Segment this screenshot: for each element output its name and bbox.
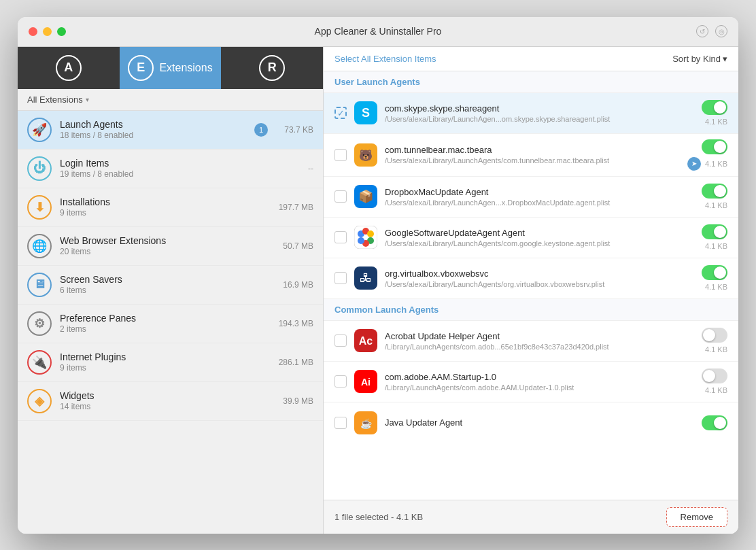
item-name-1: com.skype.skype.shareagent — [385, 103, 695, 114]
item-name-4: GoogleSoftwareUpdateAgent Agent — [385, 228, 695, 238]
sidebar-item-internet-plugins[interactable]: 🔌 Internet Plugins 9 items 286.1 MB — [18, 343, 323, 382]
tab-remover[interactable]: R — [221, 47, 323, 89]
item-toggle-5[interactable] — [702, 265, 727, 280]
item-toggle-6[interactable] — [702, 328, 727, 343]
sidebar-item-installations[interactable]: ⬇ Installations 9 items 197.7 MB — [18, 188, 323, 227]
select-all-button[interactable]: Select All Extension Items — [334, 54, 436, 64]
web-browser-extensions-size: 50.7 MB — [276, 241, 313, 251]
svg-text:🖧: 🖧 — [360, 271, 372, 285]
bottom-bar: 1 file selected - 4.1 KB Remove — [324, 500, 738, 534]
item-checkbox-1[interactable]: ✓ — [334, 107, 347, 119]
remove-button[interactable]: Remove — [666, 507, 727, 527]
item-details-2: com.tunnelbear.mac.tbeara /Users/alexa/L… — [385, 145, 681, 165]
item-path-3: /Users/alexa/Library/LaunchAgen...x.Drop… — [385, 199, 695, 207]
item-details-7: com.adobe.AAM.Startup-1.0 /Library/Launc… — [385, 372, 695, 392]
launch-agents-badge: 1 — [254, 123, 268, 137]
sidebar-item-screen-savers[interactable]: 🖥 Screen Savers 6 items 16.9 MB — [18, 266, 323, 305]
sidebar-item-preference-panes[interactable]: ⚙ Preference Panes 2 items 194.3 MB — [18, 305, 323, 343]
filter-dropdown-button[interactable]: All Extensions ▾ — [27, 94, 89, 105]
item-toggle-8[interactable] — [702, 415, 727, 430]
item-name-3: DropboxMacUpdate Agent — [385, 187, 695, 197]
item-toggle-3[interactable] — [702, 184, 727, 199]
item-checkbox-5[interactable] — [334, 272, 347, 284]
tab-extensions[interactable]: E Extensions — [120, 47, 222, 89]
item-toggle-1[interactable] — [702, 100, 727, 115]
tab-apps[interactable]: A — [18, 47, 120, 89]
item-toggle-4[interactable] — [702, 224, 727, 239]
filter-label: All Extensions — [27, 94, 83, 105]
item-controls-1: 4.1 KB — [702, 100, 727, 126]
skype-app-icon: S — [354, 101, 378, 125]
svg-point-12 — [358, 237, 364, 244]
svg-text:📦: 📦 — [358, 189, 374, 204]
item-toggle-7[interactable] — [702, 368, 727, 383]
maximize-button[interactable] — [57, 27, 66, 36]
item-path-6: /Library/LaunchAgents/com.adob...65e1bf9… — [385, 343, 695, 351]
item-size-5: 4.1 KB — [705, 283, 727, 291]
item-name-7: com.adobe.AAM.Startup-1.0 — [385, 372, 695, 382]
item-size-7: 4.1 KB — [705, 386, 727, 394]
item-checkbox-7[interactable] — [334, 375, 347, 388]
list-item[interactable]: ✓ S com.skype.skype.shareagent /Users/al… — [324, 93, 738, 134]
dropbox-app-icon: 📦 — [354, 184, 378, 209]
internet-plugins-name: Internet Plugins — [60, 351, 268, 362]
item-size-2: 4.1 KB — [705, 160, 727, 168]
installations-info: Installations 9 items — [60, 196, 268, 218]
list-item[interactable]: 📦 DropboxMacUpdate Agent /Users/alexa/Li… — [324, 177, 738, 218]
sidebar-item-launch-agents[interactable]: 🚀 Launch Agents 18 items / 8 enabled 1 7… — [18, 111, 323, 150]
item-size-6: 4.1 KB — [705, 345, 727, 354]
sort-button[interactable]: Sort by Kind ▾ — [672, 54, 727, 64]
item-path-7: /Library/LaunchAgents/com.adobe.AAM.Upda… — [385, 383, 695, 392]
link-icon[interactable]: ➤ — [687, 157, 701, 171]
info-icon[interactable]: ◎ — [715, 25, 727, 37]
sidebar-item-web-browser-extensions[interactable]: 🌐 Web Browser Extensions 20 items 50.7 M… — [18, 227, 323, 266]
list-item[interactable]: ☕ Java Updater Agent — [324, 402, 738, 443]
refresh-icon[interactable]: ↺ — [696, 25, 708, 37]
web-browser-extensions-sub: 20 items — [60, 247, 268, 256]
status-text: 1 file selected - 4.1 KB — [334, 512, 423, 522]
item-controls-7: 4.1 KB — [702, 368, 727, 394]
window-title: App Cleaner & Uninstaller Pro — [315, 26, 442, 37]
section-common-launch-agents: Common Launch Agents — [324, 299, 738, 321]
item-size-3: 4.1 KB — [705, 201, 727, 209]
traffic-lights — [29, 27, 66, 36]
list-item[interactable]: 🐻 com.tunnelbear.mac.tbeara /Users/alexa… — [324, 134, 738, 177]
item-name-6: Acrobat Update Helper Agent — [385, 331, 695, 341]
sidebar-list: 🚀 Launch Agents 18 items / 8 enabled 1 7… — [18, 111, 323, 534]
sidebar-item-widgets[interactable]: ◈ Widgets 14 items 39.9 MB — [18, 382, 323, 421]
launch-agents-info: Launch Agents 18 items / 8 enabled — [60, 119, 246, 140]
list-item[interactable]: Ai com.adobe.AAM.Startup-1.0 /Library/La… — [324, 362, 738, 402]
section-user-launch-agents: User Launch Agents — [324, 71, 738, 93]
extensions-tab-label: Extensions — [159, 62, 212, 74]
item-checkbox-3[interactable] — [334, 190, 347, 203]
list-item[interactable]: Ac Acrobat Update Helper Agent /Library/… — [324, 321, 738, 362]
close-button[interactable] — [29, 27, 37, 36]
widgets-icon: ◈ — [27, 389, 52, 413]
item-path-5: /Users/alexa/Library/LaunchAgents/org.vi… — [385, 280, 695, 288]
item-toggle-2[interactable] — [702, 139, 727, 154]
item-details-5: org.virtualbox.vboxwebsvc /Users/alexa/L… — [385, 269, 695, 288]
titlebar-icons: ↺ ◎ — [696, 25, 727, 37]
list-item[interactable]: 🖧 org.virtualbox.vboxwebsvc /Users/alexa… — [324, 258, 738, 299]
item-checkbox-4[interactable] — [334, 231, 347, 243]
item-path-2: /Users/alexa/Library/LaunchAgents/com.tu… — [385, 156, 681, 165]
sidebar-item-login-items[interactable]: ⏻ Login Items 19 items / 8 enabled -- — [18, 150, 323, 188]
item-checkbox-8[interactable] — [334, 417, 347, 429]
widgets-sub: 14 items — [60, 402, 268, 411]
item-checkbox-2[interactable] — [334, 149, 347, 161]
sidebar-header: A E Extensions R — [18, 47, 323, 89]
internet-plugins-icon: 🔌 — [27, 350, 52, 375]
item-controls-8 — [702, 415, 727, 430]
screen-savers-sub: 6 items — [60, 286, 268, 295]
widgets-size: 39.9 MB — [276, 396, 313, 406]
web-browser-extensions-name: Web Browser Extensions — [60, 235, 268, 246]
screen-savers-info: Screen Savers 6 items — [60, 274, 268, 295]
screen-savers-icon: 🖥 — [27, 273, 52, 297]
item-checkbox-6[interactable] — [334, 334, 347, 347]
list-item[interactable]: GoogleSoftwareUpdateAgent Agent /Users/a… — [324, 218, 738, 258]
right-panel: Select All Extension Items Sort by Kind … — [324, 47, 738, 534]
screen-savers-name: Screen Savers — [60, 274, 268, 285]
minimize-button[interactable] — [43, 27, 52, 36]
chevron-down-icon: ▾ — [86, 96, 89, 103]
virtualbox-app-icon: 🖧 — [354, 266, 378, 290]
